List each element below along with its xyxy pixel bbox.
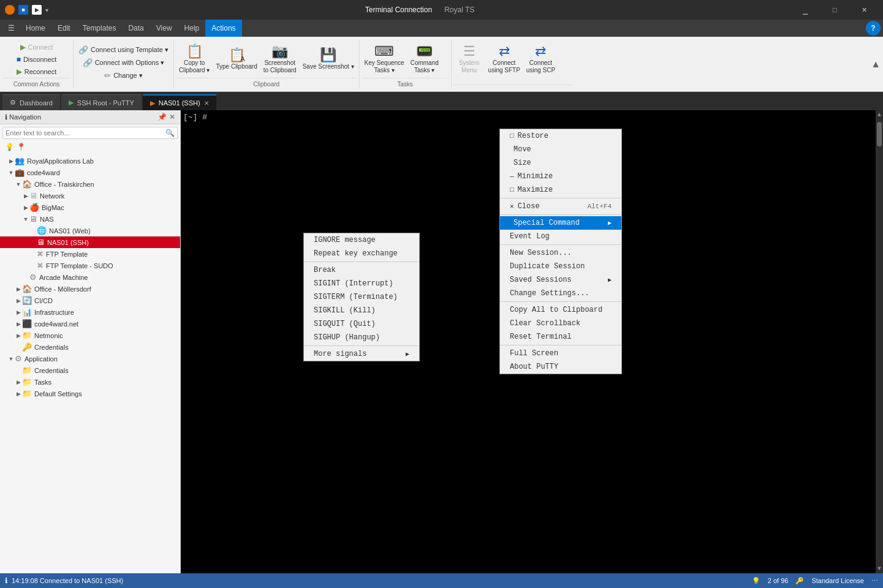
tree-item-code4ward-net[interactable]: ▶ ⬛ code4ward.net [0, 318, 180, 330]
sub-ignore[interactable]: IGNORE message [304, 233, 419, 247]
expand-nas[interactable]: ▼ [22, 216, 29, 222]
connect-sftp-button[interactable]: ⇄ Connectusing SFTP [486, 40, 523, 77]
maximize-button[interactable]: □ [820, 0, 849, 20]
expand-default-settings[interactable]: ▶ [15, 391, 22, 397]
ctx-size[interactable]: Size [500, 156, 621, 170]
expand-code4ward[interactable]: ▼ [7, 170, 15, 176]
ctx-move[interactable]: Move [500, 143, 621, 156]
expand-netmonic[interactable]: ▶ [15, 333, 22, 339]
tree-item-infrastructure[interactable]: ▶ 📊 Infrastructure [0, 306, 180, 318]
tree-item-office-mollersdorf[interactable]: ▶ 🏠 Office - Möllersdorf [0, 283, 180, 295]
ctx-about-putty[interactable]: About PuTTY [500, 360, 621, 374]
command-tasks-button[interactable]: 📟 CommandTasks ▾ [408, 40, 441, 77]
ctx-event-log[interactable]: Event Log [500, 230, 621, 243]
ctx-restore[interactable]: □Restore [500, 129, 621, 143]
connect-scp-button[interactable]: ⇄ Connectusing SCP [524, 40, 558, 77]
menu-view[interactable]: View [150, 20, 178, 37]
ctx-clear-scrollback[interactable]: Clear Scrollback [500, 317, 621, 330]
tab-nas01-ssh[interactable]: ▶ NAS01 (SSH) ✕ [143, 94, 216, 110]
expand-bigmac[interactable]: ▶ [22, 205, 29, 211]
system-menu-button[interactable]: ☰ SystemMenu [454, 40, 485, 77]
tree-item-default-settings[interactable]: ▶ 📁 Default Settings [0, 388, 180, 399]
tree-item-application[interactable]: ▼ ⚙ Application [0, 353, 180, 364]
status-more-icon[interactable]: ⋯ [871, 577, 878, 585]
sub-repeat-key[interactable]: Repeat key exchange [304, 247, 419, 260]
expand-mollersdorf[interactable]: ▶ [15, 286, 22, 292]
sub-sigint[interactable]: SIGINT (Interrupt) [304, 277, 419, 290]
filter-bulb-icon[interactable]: 💡 [5, 143, 14, 151]
tree-item-royal-apps[interactable]: ▶ 👥 RoyalApplications Lab [0, 155, 180, 167]
tab-nas01-ssh-close[interactable]: ✕ [204, 100, 209, 107]
key-sequence-button[interactable]: ⌨ Key SequenceTasks ▾ [362, 40, 407, 77]
scroll-up-arrow[interactable]: ▲ [876, 110, 882, 119]
ctx-new-session[interactable]: New Session... [500, 246, 621, 260]
tree-item-netmonic[interactable]: ▶ 📁 Netmonic [0, 330, 180, 341]
expand-ci-cd[interactable]: ▶ [15, 298, 22, 304]
connect-template-button[interactable]: 🔗 Connect using Template ▾ [76, 44, 171, 56]
ctx-close[interactable]: ✕Close Alt+F4 [500, 200, 621, 213]
type-clipboard-button[interactable]: 📋 A Type Clipboard [213, 40, 259, 77]
menu-actions[interactable]: Actions [205, 20, 241, 37]
menu-home[interactable]: Home [20, 20, 51, 37]
sub-sigkill[interactable]: SIGKILL (Kill) [304, 304, 419, 317]
disconnect-button[interactable]: ■ Disconnect [14, 54, 59, 65]
expand-tasks[interactable]: ▶ [15, 379, 22, 385]
expand-code4ward-net[interactable]: ▶ [15, 321, 22, 327]
filter-pin-icon[interactable]: 📍 [17, 143, 26, 151]
nav-close-icon[interactable]: ✕ [169, 113, 175, 121]
ctx-special-command[interactable]: Special Command ▶ [500, 216, 621, 230]
screenshot-clipboard-button[interactable]: 📷 Screenshotto Clipboard [261, 40, 299, 77]
tree-item-ftp-template-sudo[interactable]: ✖ FTP Template - SUDO [0, 260, 180, 271]
expand-royal-apps[interactable]: ▶ [7, 158, 15, 164]
tree-item-nas01-ssh[interactable]: 🖥 NAS01 (SSH) [0, 236, 180, 248]
ribbon-scroll[interactable]: ▲ [868, 39, 883, 89]
sub-sigterm[interactable]: SIGTERM (Terminate) [304, 290, 419, 304]
ctx-maximize[interactable]: □Maximize [500, 183, 621, 197]
scroll-thumb[interactable] [877, 122, 882, 146]
save-screenshot-button[interactable]: 💾 Save Screenshot ▾ [300, 40, 357, 77]
expand-traiskirchen[interactable]: ▼ [15, 181, 22, 187]
ctx-full-screen[interactable]: Full Screen [500, 347, 621, 360]
menu-edit[interactable]: Edit [51, 20, 77, 37]
tree-item-network[interactable]: ▶ 🖥 Network [0, 190, 180, 202]
close-button[interactable]: ✕ [850, 0, 878, 20]
menu-data[interactable]: Data [122, 20, 150, 37]
tree-item-tasks[interactable]: ▶ 📁 Tasks [0, 376, 180, 388]
tree-item-ftp-template[interactable]: ✖ FTP Template [0, 248, 180, 260]
connect-options-button[interactable]: 🔗 Connect with Options ▾ [80, 57, 167, 69]
sub-more-signals[interactable]: More signals ▶ [304, 347, 419, 361]
nav-pin-icon[interactable]: 📌 [157, 113, 167, 121]
ctx-saved-sessions[interactable]: Saved Sessions ▶ [500, 273, 621, 287]
connect-button[interactable]: ▶ Connect [18, 42, 56, 53]
ctx-copy-all[interactable]: Copy All to Clipboard [500, 303, 621, 317]
tree-item-office-traiskirchen[interactable]: ▼ 🏠 Office - Traiskirchen [0, 178, 180, 190]
sub-sighup[interactable]: SIGHUP (Hangup) [304, 331, 419, 344]
expand-application[interactable]: ▼ [7, 356, 15, 362]
ctx-reset-terminal[interactable]: Reset Terminal [500, 330, 621, 344]
terminal-area[interactable]: [~] # ▲ ▼ □Restore Move Size —Minimize □… [181, 110, 883, 573]
ctx-change-settings[interactable]: Change Settings... [500, 287, 621, 300]
scroll-down-arrow[interactable]: ▼ [876, 564, 882, 573]
menu-help[interactable]: Help [178, 20, 206, 37]
menu-templates[interactable]: Templates [77, 20, 123, 37]
ctx-duplicate-session[interactable]: Duplicate Session [500, 260, 621, 273]
tree-item-credentials[interactable]: 🔑 Credentials [0, 341, 180, 353]
hamburger-menu[interactable]: ☰ [2, 20, 20, 37]
tree-item-app-credentials[interactable]: 📁 Credentials [0, 364, 180, 376]
tree-item-bigmac[interactable]: ▶ 🍎 BigMac [0, 202, 180, 213]
sub-sigquit[interactable]: SIGQUIT (Quit) [304, 317, 419, 331]
tree-item-code4ward[interactable]: ▼ 💼 code4ward [0, 167, 180, 178]
expand-infrastructure[interactable]: ▶ [15, 309, 22, 315]
expand-network[interactable]: ▶ [22, 193, 29, 199]
tab-dashboard[interactable]: ⚙ Dashboard [2, 94, 60, 110]
ctx-minimize[interactable]: —Minimize [500, 170, 621, 183]
change-button[interactable]: ✏ Change ▾ [102, 70, 145, 81]
tree-item-arcade[interactable]: ⚙ Arcade Machine [0, 271, 180, 283]
right-scroll[interactable]: ▲ ▼ [876, 110, 883, 573]
minimize-button[interactable]: ⎯ [791, 0, 819, 20]
reconnect-button[interactable]: ▶ Reconnect [14, 66, 59, 77]
tree-item-ci-cd[interactable]: ▶ 🔄 CI/CD [0, 295, 180, 306]
help-button[interactable]: ? [866, 21, 881, 36]
tree-item-nas[interactable]: ▼ 🖥 NAS [0, 213, 180, 225]
copy-clipboard-button[interactable]: 📋 Copy toClipboard ▾ [176, 40, 213, 77]
